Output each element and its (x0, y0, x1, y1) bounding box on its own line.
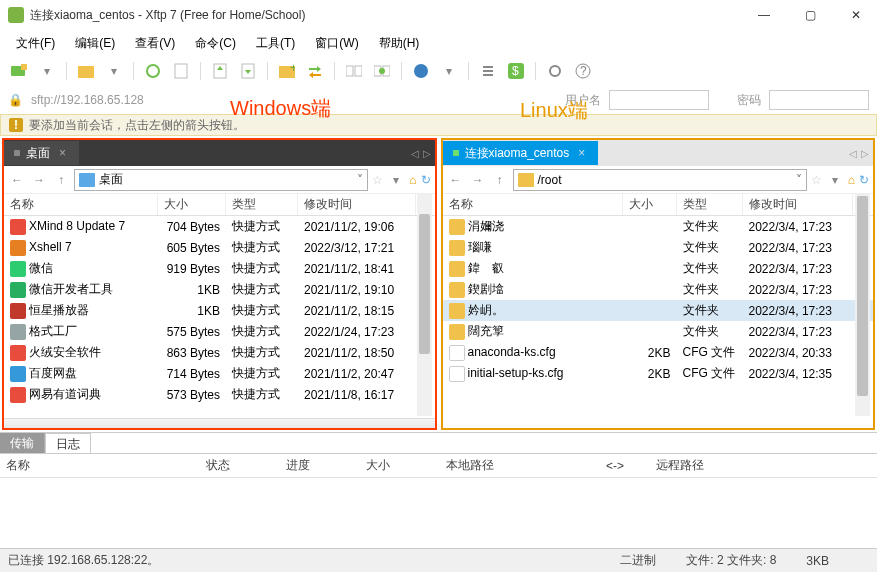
dropdown-icon[interactable]: ▾ (826, 173, 844, 187)
status-connection: 已连接 192.168.65.128:22。 (8, 552, 189, 569)
file-row[interactable]: 恒星播放器1KB快捷方式2021/11/2, 18:15 (4, 300, 435, 321)
col-date[interactable]: 修改时间 (743, 194, 853, 215)
list-view-icon[interactable] (477, 60, 499, 82)
menu-view[interactable]: 查看(V) (127, 33, 183, 54)
reconnect-icon[interactable] (142, 60, 164, 82)
help-icon[interactable]: ? (572, 60, 594, 82)
menu-edit[interactable]: 编辑(E) (67, 33, 123, 54)
th-size[interactable]: 大小 (360, 457, 440, 474)
file-row[interactable]: 涓嬭浇文件夹2022/3/4, 17:23 (443, 216, 874, 237)
dropdown-icon[interactable]: ▾ (387, 173, 405, 187)
th-status[interactable]: 状态 (200, 457, 280, 474)
scroll-track[interactable] (4, 418, 435, 428)
th-local[interactable]: 本地路径 (440, 457, 600, 474)
close-tab-icon[interactable]: × (575, 146, 588, 160)
file-row[interactable]: 鍏 叡文件夹2022/3/4, 17:23 (443, 258, 874, 279)
home-icon[interactable]: ⌂ (409, 173, 416, 187)
th-remote[interactable]: 远程路径 (650, 457, 770, 474)
home-icon[interactable]: ⌂ (848, 173, 855, 187)
up-icon[interactable]: ↑ (52, 173, 70, 187)
menu-window[interactable]: 窗口(W) (307, 33, 366, 54)
scroll-thumb[interactable] (857, 196, 868, 396)
tab-next-icon[interactable]: ▷ (423, 148, 431, 159)
forward-icon[interactable]: → (30, 173, 48, 187)
menu-tools[interactable]: 工具(T) (248, 33, 303, 54)
back-icon[interactable]: ← (8, 173, 26, 187)
file-row[interactable]: 微信919 Bytes快捷方式2021/11/2, 18:41 (4, 258, 435, 279)
tab-transfer[interactable]: 传输 (0, 433, 45, 453)
open-icon[interactable] (75, 60, 97, 82)
minimize-button[interactable]: — (751, 2, 777, 28)
th-progress[interactable]: 进度 (280, 457, 360, 474)
file-row[interactable]: 妗岄。文件夹2022/3/4, 17:23 (443, 300, 874, 321)
username-input[interactable] (609, 90, 709, 110)
new-folder-icon[interactable]: + (276, 60, 298, 82)
file-icon (449, 240, 465, 256)
menu-file[interactable]: 文件(F) (8, 33, 63, 54)
back-icon[interactable]: ← (447, 173, 465, 187)
file-row[interactable]: 网易有道词典573 Bytes快捷方式2021/11/8, 16:17 (4, 384, 435, 405)
up-icon[interactable]: ↑ (491, 173, 509, 187)
maximize-button[interactable]: ▢ (797, 2, 823, 28)
file-row[interactable]: 百度网盘714 Bytes快捷方式2021/11/2, 20:47 (4, 363, 435, 384)
file-row[interactable]: 鍥剧墖文件夹2022/3/4, 17:23 (443, 279, 874, 300)
path-dropdown-icon[interactable]: ˅ (796, 173, 802, 187)
new-file-icon[interactable] (170, 60, 192, 82)
dropdown-icon[interactable]: ▾ (36, 60, 58, 82)
col-size[interactable]: 大小 (158, 194, 226, 215)
settings-icon[interactable] (544, 60, 566, 82)
scroll-thumb[interactable] (419, 214, 430, 354)
remote-path-input[interactable]: /root ˅ (513, 169, 807, 191)
col-size[interactable]: 大小 (623, 194, 677, 215)
col-type[interactable]: 类型 (226, 194, 298, 215)
scrollbar[interactable] (417, 194, 432, 416)
tab-log[interactable]: 日志 (45, 433, 91, 453)
file-row[interactable]: initial-setup-ks.cfg2KBCFG 文件2022/3/4, 1… (443, 363, 874, 384)
col-name[interactable]: 名称 (443, 194, 623, 215)
sync-icon[interactable] (371, 60, 393, 82)
transfer-icon[interactable] (304, 60, 326, 82)
address-url[interactable]: sftp://192.168.65.128 (31, 93, 144, 107)
local-tab[interactable]: 桌面 × (4, 141, 79, 165)
xshell-icon[interactable]: $ (505, 60, 527, 82)
col-type[interactable]: 类型 (677, 194, 743, 215)
file-row[interactable]: XMind 8 Update 7704 Bytes快捷方式2021/11/2, … (4, 216, 435, 237)
new-session-icon[interactable] (8, 60, 30, 82)
remote-tab[interactable]: 连接xiaoma_centos × (443, 141, 599, 165)
forward-icon[interactable]: → (469, 173, 487, 187)
close-tab-icon[interactable]: × (56, 146, 69, 160)
file-row[interactable]: anaconda-ks.cfg2KBCFG 文件2022/3/4, 20:33 (443, 342, 874, 363)
menu-help[interactable]: 帮助(H) (371, 33, 428, 54)
scrollbar[interactable] (855, 194, 870, 416)
col-name[interactable]: 名称 (4, 194, 158, 215)
password-input[interactable] (769, 90, 869, 110)
th-arrow[interactable]: <-> (600, 459, 650, 473)
compare-icon[interactable] (343, 60, 365, 82)
refresh-icon[interactable]: ↻ (421, 173, 431, 187)
file-date: 2022/3/4, 17:23 (743, 325, 853, 339)
upload-icon[interactable] (209, 60, 231, 82)
file-type: 快捷方式 (226, 323, 298, 340)
dropdown-icon[interactable]: ▾ (103, 60, 125, 82)
globe-icon[interactable] (410, 60, 432, 82)
file-row[interactable]: 格式工厂575 Bytes快捷方式2022/1/24, 17:23 (4, 321, 435, 342)
tab-prev-icon[interactable]: ◁ (849, 148, 857, 159)
close-button[interactable]: ✕ (843, 2, 869, 28)
dropdown-icon[interactable]: ▾ (438, 60, 460, 82)
favorite-icon[interactable]: ☆ (811, 173, 822, 187)
file-row[interactable]: Xshell 7605 Bytes快捷方式2022/3/12, 17:21 (4, 237, 435, 258)
file-row[interactable]: 瑙嗛文件夹2022/3/4, 17:23 (443, 237, 874, 258)
refresh-icon[interactable]: ↻ (859, 173, 869, 187)
th-name[interactable]: 名称 (0, 457, 200, 474)
download-icon[interactable] (237, 60, 259, 82)
path-dropdown-icon[interactable]: ˅ (357, 173, 363, 187)
local-path-input[interactable]: 桌面 ˅ (74, 169, 368, 191)
col-date[interactable]: 修改时间 (298, 194, 416, 215)
file-row[interactable]: 闊充箰文件夹2022/3/4, 17:23 (443, 321, 874, 342)
menu-cmd[interactable]: 命令(C) (187, 33, 244, 54)
favorite-icon[interactable]: ☆ (372, 173, 383, 187)
file-row[interactable]: 微信开发者工具1KB快捷方式2021/11/2, 19:10 (4, 279, 435, 300)
tab-next-icon[interactable]: ▷ (861, 148, 869, 159)
file-row[interactable]: 火绒安全软件863 Bytes快捷方式2021/11/2, 18:50 (4, 342, 435, 363)
tab-prev-icon[interactable]: ◁ (411, 148, 419, 159)
